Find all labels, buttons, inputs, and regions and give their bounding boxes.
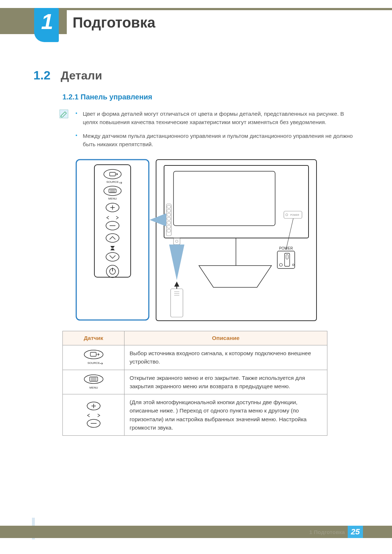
menu-button-icon: MENU	[63, 370, 124, 394]
source-button-icon: SOURCE	[63, 345, 124, 370]
note-block: Цвет и форма деталей могут отличаться от…	[60, 110, 359, 153]
svg-rect-0	[76, 160, 149, 320]
menu-desc: Открытие экранного меню и его закрытие. …	[124, 370, 327, 394]
col-sensor: Датчик	[63, 331, 124, 345]
label-power-small: POWER	[290, 214, 299, 216]
svg-rect-5	[109, 189, 116, 193]
plus-minus-icon	[63, 394, 124, 436]
svg-rect-27	[167, 221, 171, 224]
svg-rect-23	[167, 205, 171, 208]
svg-rect-24	[167, 209, 171, 212]
svg-rect-47	[90, 352, 96, 356]
svg-point-46	[84, 350, 103, 359]
svg-rect-21	[173, 171, 275, 226]
svg-rect-25	[167, 213, 171, 216]
label-source: SOURCE	[106, 180, 119, 184]
col-description: Описание	[124, 331, 327, 345]
control-panel-diagram: SOURCE MENU	[75, 157, 318, 324]
svg-rect-29	[167, 229, 171, 232]
svg-point-31	[286, 214, 288, 216]
note-item: Между датчиком пульта дистанционного упр…	[75, 132, 359, 149]
section-title: Детали	[61, 69, 102, 82]
svg-rect-26	[167, 217, 171, 220]
svg-point-41	[279, 263, 282, 266]
svg-rect-35	[171, 289, 183, 317]
svg-point-34	[176, 240, 178, 243]
svg-rect-33	[173, 238, 180, 245]
chapter-tab: 1	[34, 8, 59, 42]
subsection-heading: 1.2.1 Панель управления	[62, 93, 152, 101]
svg-rect-3	[110, 172, 115, 176]
svg-point-2	[104, 169, 121, 179]
page-number: 25	[348, 526, 363, 538]
label-power: POWER	[279, 246, 293, 250]
svg-text:MENU: MENU	[89, 386, 98, 389]
note-list: Цвет и форма деталей могут отличаться от…	[75, 110, 359, 153]
source-desc: Выбор источника входного сигнала, к кото…	[124, 345, 327, 370]
chapter-number: 1	[34, 8, 59, 36]
svg-point-15	[106, 253, 119, 261]
svg-rect-28	[167, 225, 171, 228]
label-menu: MENU	[108, 197, 117, 200]
svg-rect-43	[286, 255, 288, 259]
svg-line-45	[286, 218, 293, 250]
section-heading: 1.2 Детали	[33, 68, 102, 82]
svg-text:SOURCE: SOURCE	[87, 361, 99, 365]
section-number: 1.2	[33, 68, 50, 82]
table-row: SOURCE Выбор источника входного сигнала,…	[63, 345, 327, 370]
plusminus-desc: (Для этой многофункциональной кнопки дос…	[124, 394, 327, 436]
page-root: 1 Подготовка 1.2 Детали 1.2.1 Панель упр…	[0, 0, 392, 554]
svg-rect-42	[285, 253, 290, 266]
chapter-title: Подготовка	[67, 10, 392, 35]
svg-rect-20	[164, 165, 309, 238]
note-item: Цвет и форма деталей могут отличаться от…	[75, 110, 359, 127]
table-row: MENU Открытие экранного меню и его закры…	[63, 370, 327, 394]
footer-chapter-label: 1 Подготовка	[309, 529, 345, 535]
note-icon	[60, 110, 68, 118]
controls-table: Датчик Описание SOURCE Выбор источника в…	[62, 331, 327, 436]
svg-point-14	[106, 234, 119, 242]
table-row: (Для этой многофункциональной кнопки дос…	[63, 394, 327, 436]
svg-point-44	[293, 264, 294, 266]
svg-point-4	[104, 186, 121, 196]
